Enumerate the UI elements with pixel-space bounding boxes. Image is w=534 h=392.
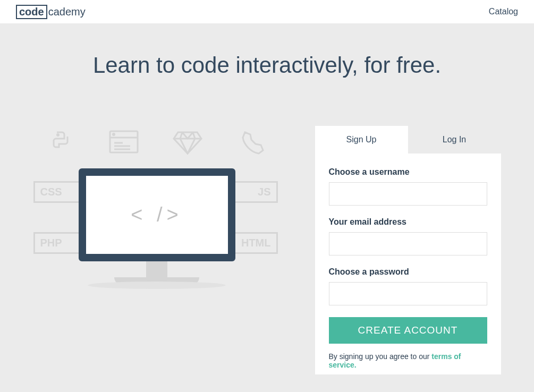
svg-point-3	[113, 134, 114, 135]
headline: Learn to code interactively, for free.	[0, 53, 534, 78]
password-label: Choose a password	[329, 267, 487, 277]
diamond-icon	[172, 126, 204, 158]
auth-card: Sign Up Log In Choose a username Your em…	[315, 126, 501, 374]
hero-illustration: CSS JS PHP HTML < />	[33, 126, 278, 306]
monitor-shadow	[88, 282, 226, 289]
tab-signup[interactable]: Sign Up	[315, 126, 408, 154]
username-input[interactable]	[329, 182, 487, 206]
tag-css: CSS	[33, 181, 80, 203]
monitor: < />	[79, 168, 235, 289]
svg-point-0	[57, 134, 58, 136]
username-label: Choose a username	[329, 167, 487, 177]
monitor-screen: < />	[79, 168, 235, 261]
hero: Learn to code interactively, for free. C…	[0, 23, 534, 392]
header: codecademy Catalog	[0, 0, 534, 23]
python-icon	[44, 126, 76, 158]
email-label: Your email address	[329, 217, 487, 227]
tab-login[interactable]: Log In	[408, 126, 501, 154]
monitor-neck	[146, 261, 167, 277]
signup-form: Choose a username Your email address Cho…	[315, 154, 501, 374]
tag-html: HTML	[231, 232, 278, 254]
content-row: CSS JS PHP HTML < /> Sign Up Log In Choo…	[0, 126, 534, 374]
email-input[interactable]	[329, 232, 487, 255]
create-account-button[interactable]: CREATE ACCOUNT	[329, 317, 487, 344]
logo-box: code	[16, 5, 47, 19]
tag-js: JS	[231, 181, 278, 203]
phone-icon	[235, 126, 267, 158]
tos-text: By signing up you agree to our terms of …	[329, 352, 487, 369]
browser-icon	[108, 126, 140, 158]
tos-prefix: By signing up you agree to our	[329, 352, 432, 361]
nav-catalog[interactable]: Catalog	[489, 7, 518, 16]
logo[interactable]: codecademy	[16, 5, 86, 19]
tag-php: PHP	[33, 232, 80, 254]
logo-text: cademy	[48, 6, 86, 18]
auth-tabs: Sign Up Log In	[315, 126, 501, 154]
password-input[interactable]	[329, 282, 487, 305]
